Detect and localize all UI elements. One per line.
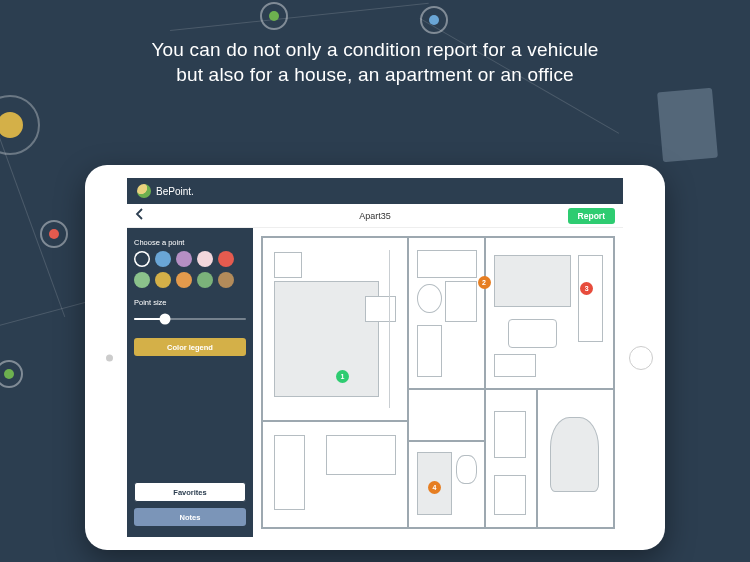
brand-bar: BePoint. [127, 178, 623, 204]
notes-button[interactable]: Notes [134, 508, 246, 526]
point-size-label: Point size [134, 298, 246, 307]
promo-line2: but also for a house, an apartment or an… [176, 64, 574, 85]
point-size-slider[interactable] [134, 311, 246, 327]
app-screen: BePoint. Apart35 Report Choose a point P… [127, 178, 623, 537]
page-title: Apart35 [359, 211, 391, 221]
point-marker[interactable]: 2 [478, 276, 491, 289]
tablet-frame: BePoint. Apart35 Report Choose a point P… [85, 165, 665, 550]
color-swatch[interactable] [134, 272, 150, 288]
back-icon[interactable] [135, 208, 144, 223]
color-legend-button[interactable]: Color legend [134, 338, 246, 356]
color-swatch[interactable] [218, 251, 234, 267]
app-body: Choose a point Point size Color legend F… [127, 228, 623, 537]
color-swatch[interactable] [155, 272, 171, 288]
brand-name: BePoint. [156, 186, 194, 197]
color-swatch[interactable] [134, 251, 150, 267]
choose-point-label: Choose a point [134, 238, 246, 247]
floorplan-canvas[interactable]: 1234 [253, 228, 623, 537]
nav-bar: Apart35 Report [127, 204, 623, 228]
slider-track [134, 318, 246, 320]
color-swatch[interactable] [176, 251, 192, 267]
brand-logo-icon [137, 184, 151, 198]
color-swatch[interactable] [197, 272, 213, 288]
color-swatch[interactable] [218, 272, 234, 288]
sidebar: Choose a point Point size Color legend F… [127, 228, 253, 537]
point-marker[interactable]: 1 [336, 370, 349, 383]
promo-headline: You can do not only a condition report f… [0, 38, 750, 87]
report-button[interactable]: Report [568, 208, 615, 224]
color-swatch[interactable] [197, 251, 213, 267]
favorites-button[interactable]: Favorites [134, 482, 246, 502]
color-swatch[interactable] [155, 251, 171, 267]
color-swatch[interactable] [176, 272, 192, 288]
color-swatch-grid [134, 251, 246, 288]
slider-thumb[interactable] [160, 314, 171, 325]
promo-line1: You can do not only a condition report f… [151, 39, 598, 60]
